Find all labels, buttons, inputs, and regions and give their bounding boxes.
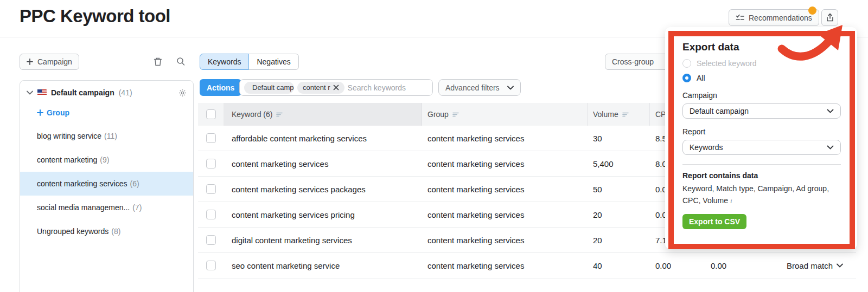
table-row: seo content marketing service content ma… (198, 253, 856, 278)
sidebar-group-item[interactable]: content marketing services (6) (20, 172, 193, 196)
advanced-filters-button[interactable]: Advanced filters (438, 79, 521, 96)
radio-label: All (697, 74, 705, 82)
volume-cell: 30 (593, 134, 602, 143)
recommendations-label: Recommendations (749, 14, 812, 22)
chip-label: content r (303, 83, 330, 92)
campaign-select-value: Default campaign (690, 107, 749, 115)
chevron-down-icon (837, 263, 843, 268)
group-cell: content marketing services (427, 134, 524, 143)
tab-keywords[interactable]: Keywords (200, 54, 249, 70)
group-cell: content marketing services (427, 159, 524, 168)
sidebar-group-item[interactable]: content marketing (9) (20, 148, 193, 172)
keyword-cell: content marketing services (232, 159, 328, 168)
group-cell: content marketing services (427, 185, 524, 194)
column-keyword[interactable]: Keyword (6) (232, 110, 272, 119)
group-label: Ungrouped keywords (37, 227, 108, 236)
tab-negatives[interactable]: Negatives (249, 54, 298, 70)
radio-selected-keyword[interactable]: Selected keyword (682, 59, 841, 68)
group-count: (6) (130, 179, 139, 188)
row-checkbox[interactable] (206, 261, 216, 270)
filter-chip-keyword[interactable]: content r (297, 82, 344, 94)
keyword-cell: content marketing services packages (232, 185, 366, 194)
metric-cell: 0.00 (711, 261, 726, 270)
radio-label: Selected keyword (697, 59, 757, 68)
trash-icon[interactable] (154, 57, 162, 66)
sort-icon[interactable] (276, 112, 283, 117)
campaign-row[interactable]: Default campaign (41) (20, 81, 193, 101)
volume-cell: 20 (593, 236, 602, 245)
group-count: (8) (111, 227, 120, 236)
advanced-filters-label: Advanced filters (445, 83, 500, 92)
campaign-select[interactable]: Default campaign (682, 103, 841, 119)
chevron-down-icon (507, 86, 514, 90)
recommendations-button[interactable]: Recommendations (729, 9, 819, 26)
add-group-button[interactable]: Group (20, 101, 193, 124)
column-group[interactable]: Group (427, 110, 449, 119)
group-list: blog writing service (11) content market… (20, 124, 193, 243)
report-select-value: Keywords (690, 143, 723, 152)
keyword-cell: content marketing services pricing (232, 210, 355, 219)
actions-button[interactable]: Actions (200, 79, 241, 96)
chevron-down-icon (827, 145, 834, 150)
group-cell: content marketing services (427, 261, 524, 270)
select-all-checkbox[interactable] (206, 109, 216, 119)
share-export-icon (826, 13, 834, 22)
group-label: social media managemen... (37, 203, 130, 212)
row-checkbox[interactable] (206, 133, 216, 143)
annotation-red-frame: Export data Selected keyword All Campaig… (668, 31, 855, 249)
group-label: content marketing services (37, 179, 127, 188)
group-cell: content marketing services (427, 210, 524, 219)
report-select[interactable]: Keywords (682, 140, 841, 155)
filter-chip-campaign[interactable]: Default campa (244, 82, 294, 94)
group-cell: content marketing services (427, 236, 524, 245)
column-volume[interactable]: Volume (593, 110, 618, 119)
keyword-search-box[interactable]: Default campa content r (239, 79, 433, 96)
export-to-csv-button[interactable]: Export to CSV (682, 214, 746, 229)
radio-on-icon[interactable] (682, 74, 691, 82)
search-keywords-input[interactable] (348, 83, 428, 92)
notification-dot (808, 7, 816, 15)
campaign-tree-panel: Default campaign (41) Group blog writing… (20, 80, 194, 292)
cpc-cell: 0.00 (655, 261, 671, 270)
group-count: (7) (132, 203, 142, 212)
row-checkbox[interactable] (206, 235, 216, 245)
volume-cell: 20 (593, 210, 602, 219)
sort-icon[interactable] (622, 112, 629, 117)
cross-group-button[interactable]: Cross-group (605, 54, 671, 70)
row-checkbox[interactable] (206, 210, 216, 219)
search-icon[interactable] (176, 57, 185, 66)
gear-icon[interactable] (178, 89, 187, 97)
popup-divider (682, 164, 841, 165)
row-checkbox[interactable] (206, 184, 216, 194)
group-count: (9) (100, 155, 109, 164)
checklist-icon (736, 14, 744, 22)
sidebar-group-item[interactable]: blog writing service (11) (20, 124, 193, 148)
radio-off-icon[interactable] (682, 59, 691, 68)
close-icon[interactable] (333, 85, 339, 90)
info-icon[interactable]: i (730, 195, 732, 207)
group-count: (11) (104, 132, 117, 140)
keyword-cell: digital content marketing services (232, 236, 352, 245)
us-flag-icon (37, 89, 47, 96)
sidebar-group-item[interactable]: social media managemen... (7) (20, 196, 193, 219)
match-type-dropdown[interactable]: Broad match (767, 253, 856, 278)
campaign-name: Default campaign (51, 88, 114, 97)
row-checkbox[interactable] (206, 159, 216, 168)
report-field-label: Report (682, 127, 841, 136)
campaign-count: (41) (119, 88, 132, 97)
cross-group-label: Cross-group (612, 57, 654, 66)
report-contains-fields: Keyword, Match type, Campaign, Ad group,… (682, 184, 829, 205)
add-campaign-button[interactable]: Campaign (20, 54, 79, 70)
report-contains-title: Report contains data (682, 171, 841, 180)
sidebar-group-item[interactable]: Ungrouped keywords (8) (20, 219, 193, 243)
plus-icon (37, 109, 43, 116)
chevron-down-icon[interactable] (27, 90, 33, 95)
keyword-cell: seo content marketing service (232, 261, 340, 270)
report-contains-text: Keyword, Match type, Campaign, Ad group,… (682, 183, 841, 207)
radio-all[interactable]: All (682, 74, 841, 82)
keyword-cell: affordable content marketing services (232, 134, 367, 143)
sort-icon[interactable] (452, 112, 459, 117)
add-group-label: Group (47, 108, 69, 117)
volume-cell: 5,400 (593, 159, 614, 168)
export-button[interactable] (821, 9, 838, 26)
